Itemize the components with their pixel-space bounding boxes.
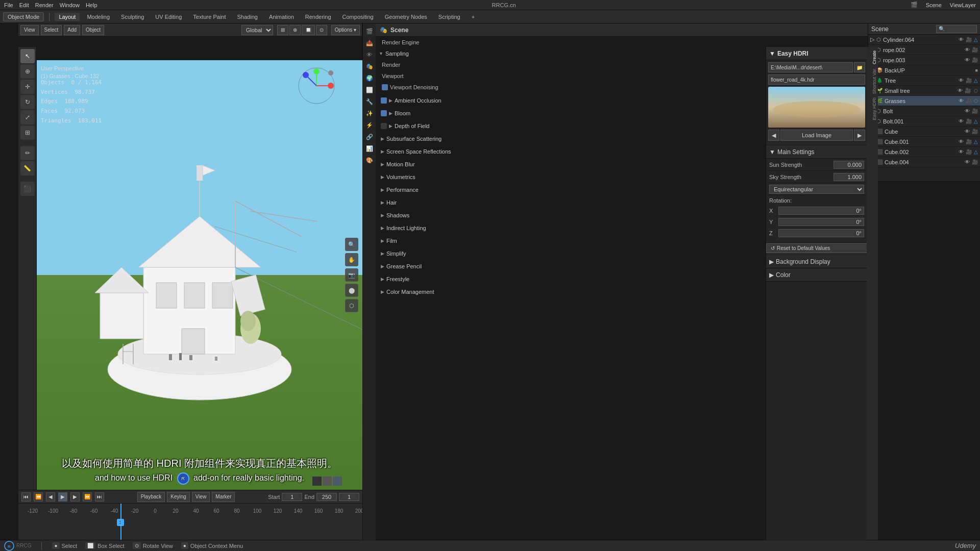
view-menu-btn[interactable]: View bbox=[20, 25, 39, 35]
start-frame[interactable]: 1 bbox=[282, 493, 302, 501]
hdri-next-btn[interactable]: ▶ bbox=[854, 130, 865, 141]
add-cube-tool[interactable]: ⬛ bbox=[20, 182, 35, 196]
measure-tool[interactable]: 📏 bbox=[20, 161, 35, 176]
prop-tab-physics[interactable]: ⚡ bbox=[364, 119, 375, 131]
background-display-header[interactable]: ▶ Background Display bbox=[766, 255, 867, 268]
rot-x-input[interactable] bbox=[778, 207, 864, 215]
tab-rendering[interactable]: Rendering bbox=[301, 13, 335, 21]
collapse-icon[interactable]: ▼ bbox=[769, 50, 775, 57]
eye-icon10[interactable]: 👁 bbox=[959, 139, 964, 144]
proportional-btn[interactable]: ⊙ bbox=[316, 25, 327, 35]
timeline-start-btn[interactable]: ⏮ bbox=[21, 492, 31, 502]
timeline-end-btn[interactable]: ⏭ bbox=[95, 492, 104, 502]
outliner-item-cube004[interactable]: ▷ ⬛ Cube.004 👁 🎥 bbox=[868, 157, 980, 167]
hdri-load-btn[interactable]: Load Image bbox=[780, 130, 853, 141]
mapping-select[interactable]: Equirectangular bbox=[769, 185, 864, 194]
camera-icon5[interactable]: 🎥 bbox=[965, 88, 971, 93]
timeline-prev-frame-btn[interactable]: ◀ bbox=[46, 492, 55, 502]
freestyle-header[interactable]: ▶ Freestyle bbox=[378, 273, 978, 285]
eye-icon7[interactable]: 👁 bbox=[965, 108, 970, 114]
viewport-shading-solid[interactable]: ⬤ bbox=[345, 284, 358, 297]
camera-icon2[interactable]: 🎥 bbox=[972, 47, 978, 53]
hdri-tab-shortcut[interactable]: Shortcut Var. bbox=[868, 66, 877, 95]
3d-viewport[interactable]: User Perspective (1) Grasses : Cube.132 … bbox=[37, 60, 362, 490]
end-frame[interactable]: 250 bbox=[316, 493, 337, 501]
camera-icon7[interactable]: 🎥 bbox=[972, 108, 978, 114]
tab-sculpting[interactable]: Sculpting bbox=[117, 13, 148, 21]
transform-tool[interactable]: ⊞ bbox=[20, 126, 35, 140]
outliner-search[interactable] bbox=[936, 25, 977, 33]
eye-icon5[interactable]: 👁 bbox=[958, 88, 963, 93]
timeline-play-btn[interactable]: ▶ bbox=[58, 492, 67, 502]
hdri-filename-input[interactable] bbox=[768, 74, 865, 85]
viewport-gizmo[interactable] bbox=[296, 65, 337, 106]
viewport-denoising-checkbox[interactable] bbox=[382, 84, 388, 90]
camera-icon[interactable]: 🎥 bbox=[966, 37, 972, 42]
prop-tab-object[interactable]: ⬜ bbox=[364, 84, 375, 95]
viewport-shading-wire[interactable]: ⬡ bbox=[345, 299, 358, 312]
rotate-tool[interactable]: ↻ bbox=[20, 95, 35, 109]
tab-texture-paint[interactable]: Texture Paint bbox=[189, 13, 230, 21]
tab-layout[interactable]: Layout bbox=[55, 13, 80, 21]
prop-tab-view[interactable]: 👁 bbox=[364, 49, 375, 60]
tab-animation[interactable]: Animation bbox=[265, 13, 298, 21]
prop-tab-material[interactable]: 🎨 bbox=[364, 155, 375, 166]
menu-render[interactable]: Render bbox=[35, 2, 54, 8]
timeline-next-frame-btn[interactable]: ▶ bbox=[70, 492, 80, 502]
camera-view-btn[interactable]: 📷 bbox=[345, 268, 358, 282]
overlay-btn[interactable]: ⊞ bbox=[277, 25, 288, 35]
sun-strength-input[interactable] bbox=[834, 161, 864, 169]
pan-btn[interactable]: ✋ bbox=[345, 253, 358, 266]
outliner-item-small-tree[interactable]: ▷ 🌱 Small tree 👁 🎥 ⬡ bbox=[868, 86, 980, 96]
outliner-item-cube001[interactable]: ▷ ⬛ Cube.001 👁 🎥 △ bbox=[868, 137, 980, 147]
current-frame[interactable]: 1 bbox=[339, 493, 359, 501]
annotate-tool[interactable]: ✏ bbox=[20, 146, 35, 160]
eye-icon8[interactable]: 👁 bbox=[959, 118, 964, 124]
camera-icon3[interactable]: 🎥 bbox=[972, 57, 978, 63]
menu-edit[interactable]: Edit bbox=[19, 2, 29, 8]
prop-tab-world[interactable]: 🌍 bbox=[364, 72, 375, 84]
move-tool[interactable]: ✛ bbox=[20, 80, 35, 94]
cursor-tool[interactable]: ⊕ bbox=[20, 64, 35, 79]
scale-tool[interactable]: ⤢ bbox=[20, 110, 35, 124]
menu-help[interactable]: Help bbox=[86, 2, 97, 8]
tab-uv-editing[interactable]: UV Editing bbox=[151, 13, 186, 21]
camera-icon6[interactable]: 🎥 bbox=[966, 98, 972, 104]
dof-checkbox[interactable] bbox=[381, 123, 387, 129]
marker-btn[interactable]: Marker bbox=[212, 492, 235, 502]
eye-icon3[interactable]: 👁 bbox=[965, 57, 970, 63]
simplify-header[interactable]: ▶ Simplify bbox=[378, 248, 978, 259]
menu-file[interactable]: File bbox=[4, 2, 13, 8]
bloom-checkbox[interactable] bbox=[381, 110, 387, 116]
reset-defaults-btn[interactable]: ↺ Reset to Default Values bbox=[766, 243, 867, 253]
hdri-path-input[interactable] bbox=[768, 62, 853, 72]
tab-geometry-nodes[interactable]: Geometry Nodes bbox=[381, 13, 431, 21]
rot-z-input[interactable] bbox=[778, 229, 864, 237]
outliner-item-cylinder[interactable]: ▷ ⬡ Cylinder.064 👁 🎥 △ bbox=[868, 35, 980, 45]
eye-icon4[interactable]: 👁 bbox=[959, 78, 964, 83]
timeline-prev-btn[interactable]: ⏪ bbox=[34, 492, 43, 502]
prop-tab-modifiers[interactable]: 🔧 bbox=[364, 96, 375, 107]
hdri-tab-easy[interactable]: Easy HDRI bbox=[868, 96, 877, 122]
hair-header[interactable]: ▶ Hair bbox=[378, 197, 978, 208]
eye-icon11[interactable]: 👁 bbox=[959, 149, 964, 155]
outliner-item-grasses[interactable]: ▷ 🌿 Grasses 👁 🎥 ⬡ bbox=[868, 96, 980, 106]
outliner-item-rope003[interactable]: ▷ ⬡ rope.003 👁 🎥 bbox=[868, 55, 980, 65]
eye-icon6[interactable]: 👁 bbox=[959, 98, 964, 104]
camera-icon12[interactable]: 🎥 bbox=[972, 159, 978, 165]
gizmo-btn[interactable]: ⊕ bbox=[289, 25, 301, 35]
perf-header[interactable]: ▶ Performance bbox=[378, 184, 978, 195]
prop-tab-output[interactable]: 📤 bbox=[364, 37, 375, 48]
cm-header[interactable]: ▶ Color Management bbox=[378, 286, 978, 297]
eye-icon[interactable]: 👁 bbox=[959, 37, 964, 42]
film-header[interactable]: ▶ Film bbox=[378, 235, 978, 246]
global-selector[interactable]: Global Local bbox=[241, 25, 273, 35]
sky-strength-input[interactable] bbox=[834, 173, 864, 181]
outliner-item-rope002[interactable]: ▷ ⬡ rope.002 👁 🎥 bbox=[868, 45, 980, 55]
camera-icon4[interactable]: 🎥 bbox=[966, 78, 972, 83]
gp-header[interactable]: ▶ Grease Pencil bbox=[378, 261, 978, 272]
select-menu-btn[interactable]: Select bbox=[41, 25, 62, 35]
camera-icon9[interactable]: 🎥 bbox=[972, 129, 978, 134]
object-mode-btn[interactable]: Object Mode bbox=[3, 12, 44, 21]
outliner-item-cube[interactable]: ▷ ⬛ Cube 👁 🎥 bbox=[868, 127, 980, 137]
